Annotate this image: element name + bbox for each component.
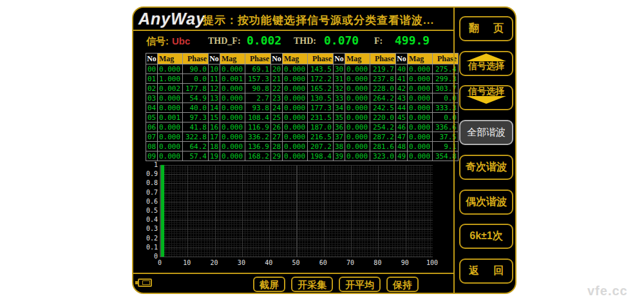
signal-value: Ubc	[172, 35, 190, 46]
table-row: 011.0000.0110.001157.3210.000172.2310.00…	[146, 74, 459, 84]
mag-cell: 0.000	[283, 84, 308, 93]
phase-cell: 136.9	[245, 142, 271, 152]
table-row: 020.002177.8120.00090.8220.000165.2320.0…	[146, 84, 459, 93]
thdf-value: 0.002	[247, 34, 281, 47]
col-header-phase: Phase	[183, 54, 209, 64]
odd-harmonics-button[interactable]: 奇次谐波	[459, 155, 513, 180]
mag-cell: 0.000	[220, 122, 245, 132]
signal-select-up-button[interactable]: 信号选择	[459, 51, 513, 76]
phase-cell: 90.0	[183, 64, 209, 74]
harmonic-no-cell: 22	[271, 84, 283, 93]
harmonic-no-cell: 11	[209, 74, 220, 84]
y-axis-tick-label: 0.7	[135, 189, 158, 196]
all-harmonics-button[interactable]: 全部谐波	[459, 120, 513, 145]
harmonic-no-cell: 45	[396, 113, 408, 122]
mag-cell: 1.000	[158, 74, 183, 84]
status-tip-text: 提示：按功能键选择信号源或分类查看谐波...	[203, 13, 434, 28]
mag-cell: 0.000	[345, 122, 370, 132]
return-button[interactable]: 返回	[459, 259, 513, 284]
harmonic-no-cell: 33	[334, 93, 345, 103]
harmonic-no-cell: 44	[396, 103, 408, 113]
start-acquisition-button[interactable]: 开采集	[291, 277, 333, 292]
harmonic-no-cell: 06	[146, 122, 158, 132]
mag-cell: 0.000	[283, 93, 308, 103]
mag-cell: 0.000	[345, 64, 370, 74]
harmonic-no-cell: 48	[396, 142, 408, 152]
phase-cell: 177.8	[183, 84, 209, 93]
harmonic-no-cell: 04	[146, 103, 158, 113]
harmonic-no-cell: 47	[396, 132, 408, 142]
col-header-phase: Phase	[308, 54, 334, 64]
page: AnyWay 提示：按功能键选择信号源或分类查看谐波... 信号: Ubc TH…	[0, 0, 644, 303]
y-axis-tick-label: 0.9	[135, 170, 158, 177]
x-axis-tick-label: 60	[314, 259, 333, 266]
button-label: 偶次谐波	[466, 195, 507, 209]
battery-power-icon	[138, 279, 152, 287]
y-axis-tick-label: 0.6	[135, 198, 158, 205]
harmonic-no-cell: 16	[209, 122, 220, 132]
mag-cell: 0.000	[408, 93, 433, 103]
table-row: 060.00041.8160.000116.9260.000187.0360.0…	[146, 122, 459, 132]
hold-button[interactable]: 保持	[386, 277, 419, 292]
harmonic-spectrum-chart	[160, 165, 433, 257]
harmonic-no-cell: 25	[271, 113, 283, 122]
mag-cell: 0.000	[158, 93, 183, 103]
harmonic-no-cell: 01	[146, 74, 158, 84]
phase-cell: 108.4	[245, 113, 271, 122]
even-harmonics-button[interactable]: 偶次谐波	[459, 190, 513, 215]
harmonic-no-cell: 17	[209, 132, 220, 142]
col-header-no: No	[396, 54, 408, 64]
bottom-divider	[133, 273, 455, 274]
harmonics-table-header: NoMagPhaseNoMagPhaseNoMagPhaseNoMagPhase…	[146, 54, 459, 64]
phase-cell: 264.2	[370, 93, 396, 103]
harmonic-no-cell: 26	[271, 122, 283, 132]
y-axis-tick-label: 0.4	[135, 216, 158, 223]
mag-cell: 0.000	[283, 64, 308, 74]
button-label: 信号选择	[468, 86, 504, 96]
harmonic-no-cell: 37	[334, 132, 345, 142]
harmonic-no-cell: 41	[396, 74, 408, 84]
harmonic-no-cell: 27	[271, 132, 283, 142]
button-label: 6k±1次	[469, 230, 502, 243]
thdf-label: THD_F:	[208, 36, 241, 46]
harmonic-no-cell: 14	[209, 103, 220, 113]
harmonics-table: NoMagPhaseNoMagPhaseNoMagPhaseNoMagPhase…	[146, 53, 459, 161]
start-averaging-button[interactable]: 开平均	[339, 277, 381, 292]
harmonic-no-cell: 46	[396, 122, 408, 132]
mag-cell: 0.000	[345, 74, 370, 84]
harmonic-no-cell: 28	[271, 142, 283, 152]
table-row: 040.00040.0140.00093.8240.000177.3340.00…	[146, 103, 459, 113]
phase-cell: 228.0	[370, 84, 396, 93]
mag-cell: 0.000	[408, 142, 433, 152]
mag-cell: 0.000	[158, 122, 183, 132]
col-header-no: No	[209, 54, 220, 64]
col-header-no: No	[146, 54, 158, 64]
phase-cell: 254.2	[370, 122, 396, 132]
harmonic-no-cell: 35	[334, 113, 345, 122]
phase-cell: 40.0	[183, 103, 209, 113]
mag-cell: 0.002	[158, 84, 183, 93]
phase-cell: 207.2	[308, 142, 334, 152]
mag-cell: 0.000	[345, 84, 370, 93]
mag-cell: 0.000	[283, 142, 308, 152]
button-label: 返	[469, 264, 479, 278]
table-row: 080.00064.2180.000136.9280.000207.2380.0…	[146, 142, 459, 152]
harmonic-no-cell: 23	[271, 93, 283, 103]
mag-cell: 0.000	[345, 132, 370, 142]
phase-cell: 116.9	[245, 122, 271, 132]
phase-cell: 322.8	[183, 132, 209, 142]
mag-cell: 0.000	[158, 152, 183, 161]
y-axis-tick-label: 0.5	[135, 207, 158, 214]
6k-plus-minus-1-button[interactable]: 6k±1次	[459, 224, 513, 249]
signal-select-down-button[interactable]: 信号选择	[459, 85, 513, 110]
phase-cell: 54.9	[183, 93, 209, 103]
harmonic-no-cell: 29	[271, 152, 283, 161]
page-flip-button[interactable]: 翻页	[459, 16, 513, 41]
x-axis-tick-label: 20	[205, 259, 224, 266]
screenshot-button[interactable]: 截屏	[253, 277, 285, 292]
y-axis-tick-label: 0.3	[135, 225, 158, 232]
x-axis-tick-label: 70	[341, 259, 360, 266]
harmonic-no-cell: 02	[146, 84, 158, 93]
phase-cell: 237.8	[370, 74, 396, 84]
mag-cell: 0.000	[283, 113, 308, 122]
